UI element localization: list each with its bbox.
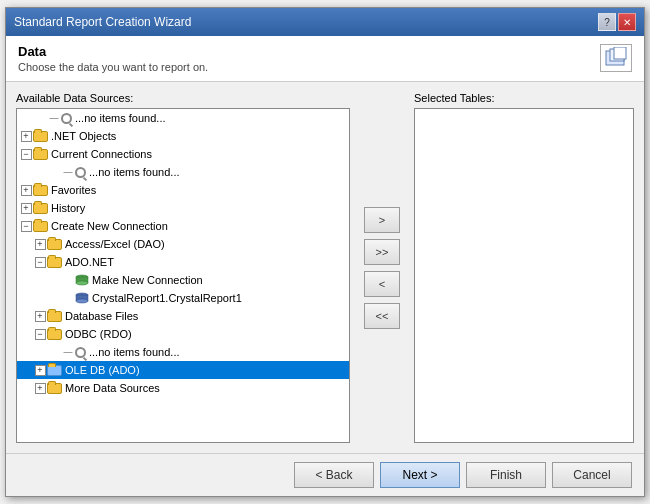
expand-icon[interactable]: − — [33, 255, 47, 269]
list-item[interactable]: − ADO.NET — [17, 253, 349, 271]
list-item[interactable]: + More Data Sources — [17, 379, 349, 397]
item-label: Database Files — [65, 310, 138, 322]
no-expand: — — [47, 111, 61, 125]
remove-all-button[interactable]: << — [364, 303, 400, 329]
folder-icon — [47, 239, 62, 250]
expand-icon[interactable]: + — [33, 381, 47, 395]
no-expand — [61, 291, 75, 305]
list-item[interactable]: Make New Connection — [17, 271, 349, 289]
expand-icon[interactable]: + — [19, 129, 33, 143]
item-label: CrystalReport1.CrystalReport1 — [92, 292, 242, 304]
folder-icon — [47, 329, 62, 340]
back-button[interactable]: < Back — [294, 462, 374, 488]
list-item[interactable]: + Database Files — [17, 307, 349, 325]
section-description: Choose the data you want to report on. — [18, 61, 208, 73]
dialog: Standard Report Creation Wizard ? ✕ Data… — [5, 7, 645, 497]
expand-icon[interactable]: + — [33, 363, 47, 377]
item-label: .NET Objects — [51, 130, 116, 142]
folder-icon — [33, 203, 48, 214]
item-label: Create New Connection — [51, 220, 168, 232]
next-button[interactable]: Next > — [380, 462, 460, 488]
left-panel-label: Available Data Sources: — [16, 92, 350, 104]
folder-icon — [47, 365, 62, 376]
list-item[interactable]: CrystalReport1.CrystalReport1 — [17, 289, 349, 307]
search-icon — [75, 167, 86, 178]
folder-icon — [47, 383, 62, 394]
item-label: Favorites — [51, 184, 96, 196]
search-icon — [61, 113, 72, 124]
search-icon — [75, 347, 86, 358]
selected-tables-container — [414, 108, 634, 443]
right-panel: Selected Tables: — [414, 92, 634, 443]
transfer-buttons: > >> < << — [358, 92, 406, 443]
add-all-button[interactable]: >> — [364, 239, 400, 265]
list-item[interactable]: — ...no items found... — [17, 109, 349, 127]
list-item[interactable]: − ODBC (RDO) — [17, 325, 349, 343]
help-button[interactable]: ? — [598, 13, 616, 31]
folder-icon — [47, 257, 62, 268]
folder-icon — [33, 221, 48, 232]
expand-icon[interactable]: + — [19, 201, 33, 215]
section-title: Data — [18, 44, 208, 59]
item-label: OLE DB (ADO) — [65, 364, 140, 376]
cancel-button[interactable]: Cancel — [552, 462, 632, 488]
item-label: ...no items found... — [75, 112, 166, 124]
no-expand — [61, 273, 75, 287]
remove-button[interactable]: < — [364, 271, 400, 297]
folder-icon — [33, 185, 48, 196]
svg-point-5 — [76, 281, 88, 285]
item-label: Make New Connection — [92, 274, 203, 286]
item-label: History — [51, 202, 85, 214]
section-header: Data Choose the data you want to report … — [6, 36, 644, 82]
svg-rect-2 — [614, 47, 626, 59]
list-item[interactable]: + Favorites — [17, 181, 349, 199]
item-label: ...no items found... — [89, 166, 180, 178]
close-button[interactable]: ✕ — [618, 13, 636, 31]
list-item[interactable]: + OLE DB (ADO) — [17, 361, 349, 379]
right-panel-label: Selected Tables: — [414, 92, 634, 104]
content-area: Available Data Sources: — ...no items fo… — [6, 82, 644, 453]
item-label: ODBC (RDO) — [65, 328, 132, 340]
tree-container[interactable]: — ...no items found... + .NET Objects − … — [16, 108, 350, 443]
item-label: Access/Excel (DAO) — [65, 238, 165, 250]
list-item[interactable]: + .NET Objects — [17, 127, 349, 145]
finish-button[interactable]: Finish — [466, 462, 546, 488]
list-item[interactable]: — ...no items found... — [17, 343, 349, 361]
svg-point-8 — [76, 299, 88, 303]
expand-icon[interactable]: − — [19, 219, 33, 233]
title-bar-buttons: ? ✕ — [598, 13, 636, 31]
item-label: Current Connections — [51, 148, 152, 160]
left-panel: Available Data Sources: — ...no items fo… — [16, 92, 350, 443]
folder-icon — [47, 311, 62, 322]
list-item[interactable]: − Current Connections — [17, 145, 349, 163]
list-item[interactable]: + History — [17, 199, 349, 217]
list-item[interactable]: − Create New Connection — [17, 217, 349, 235]
section-icon — [600, 44, 632, 72]
folder-icon — [33, 131, 48, 142]
list-item[interactable]: — ...no items found... — [17, 163, 349, 181]
list-item[interactable]: + Access/Excel (DAO) — [17, 235, 349, 253]
no-expand: — — [61, 165, 75, 179]
folder-icon — [33, 149, 48, 160]
expand-icon[interactable]: + — [19, 183, 33, 197]
item-label: ...no items found... — [89, 346, 180, 358]
expand-icon[interactable]: − — [33, 327, 47, 341]
dialog-title: Standard Report Creation Wizard — [14, 15, 191, 29]
item-label: More Data Sources — [65, 382, 160, 394]
no-expand: — — [61, 345, 75, 359]
expand-icon[interactable]: − — [19, 147, 33, 161]
expand-icon[interactable]: + — [33, 309, 47, 323]
footer: < Back Next > Finish Cancel — [6, 453, 644, 496]
add-button[interactable]: > — [364, 207, 400, 233]
item-label: ADO.NET — [65, 256, 114, 268]
title-bar: Standard Report Creation Wizard ? ✕ — [6, 8, 644, 36]
expand-icon[interactable]: + — [33, 237, 47, 251]
